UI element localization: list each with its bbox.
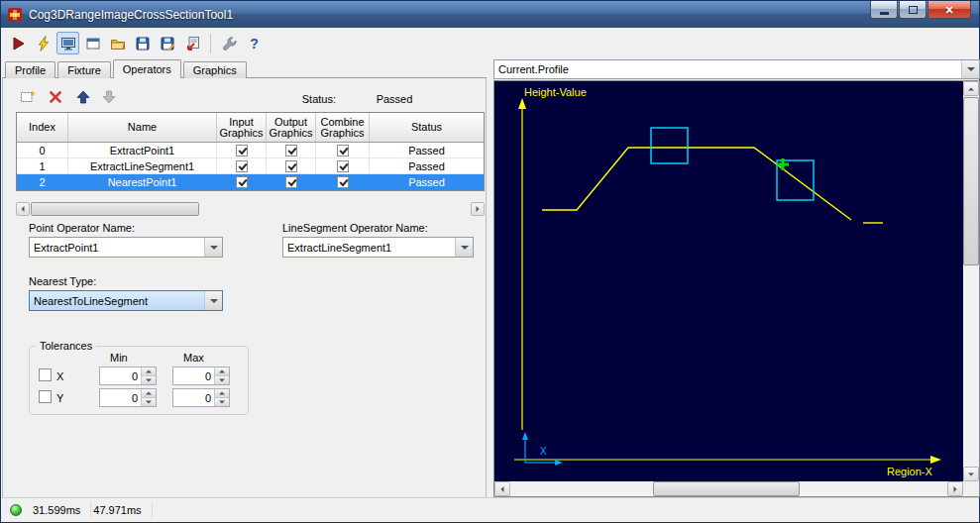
help-button[interactable]: ? bbox=[243, 32, 266, 54]
output-graphics-checkbox[interactable] bbox=[285, 145, 297, 157]
tab-operators[interactable]: Operators bbox=[113, 59, 181, 78]
spin-down-button[interactable] bbox=[215, 398, 229, 406]
splitter[interactable] bbox=[487, 58, 493, 498]
table-row-selected[interactable]: 2 NearestPoint1 Passed bbox=[17, 174, 484, 190]
delete-icon bbox=[48, 89, 63, 105]
scroll-thumb[interactable] bbox=[653, 481, 800, 496]
run-button[interactable] bbox=[7, 32, 30, 54]
table-row[interactable]: 0 ExtractPoint1 Passed bbox=[17, 143, 484, 158]
cell-index: 0 bbox=[17, 143, 68, 158]
point-operator-combo[interactable]: ExtractPoint1 bbox=[29, 237, 223, 258]
open-button[interactable] bbox=[106, 32, 129, 54]
scroll-left-button[interactable] bbox=[16, 202, 30, 216]
column-header-output-graphics[interactable]: Output Graphics bbox=[267, 113, 316, 142]
column-header-status[interactable]: Status bbox=[370, 113, 484, 142]
tab-strip: Profile Fixture Operators Graphics bbox=[5, 59, 249, 78]
move-up-icon bbox=[75, 89, 91, 105]
display-icon bbox=[60, 36, 76, 52]
combine-graphics-checkbox[interactable] bbox=[337, 160, 349, 172]
spin-down-button[interactable] bbox=[142, 398, 156, 406]
move-up-button[interactable] bbox=[73, 87, 93, 107]
x-tolerance-checkbox[interactable] bbox=[39, 368, 52, 381]
scroll-thumb[interactable] bbox=[963, 97, 979, 265]
status-led-icon bbox=[10, 504, 22, 516]
scroll-right-button[interactable] bbox=[947, 481, 963, 496]
chevron-down-icon[interactable] bbox=[204, 291, 222, 310]
move-down-button[interactable] bbox=[99, 87, 119, 107]
spin-up-button[interactable] bbox=[142, 367, 156, 376]
y-max-spinner[interactable]: 0 bbox=[172, 388, 230, 407]
window-title: Cog3DRangeImageCrossSectionTool1 bbox=[29, 8, 233, 22]
status-label: Status: bbox=[267, 93, 336, 105]
live-run-button[interactable] bbox=[32, 32, 54, 54]
add-operator-button[interactable] bbox=[18, 87, 38, 107]
y-min-spinner[interactable]: 0 bbox=[99, 388, 157, 407]
spin-up-button[interactable] bbox=[215, 389, 229, 398]
combo-value: ExtractLineSegment1 bbox=[283, 238, 455, 257]
spin-up-button[interactable] bbox=[215, 367, 229, 376]
chevron-down-icon[interactable] bbox=[961, 60, 979, 78]
save-button[interactable] bbox=[131, 32, 154, 54]
column-header-index[interactable]: Index bbox=[17, 113, 68, 142]
delete-operator-button[interactable] bbox=[46, 87, 65, 107]
input-graphics-checkbox[interactable] bbox=[236, 145, 248, 157]
combine-graphics-checkbox[interactable] bbox=[337, 176, 349, 188]
save-as-button[interactable] bbox=[156, 32, 178, 54]
table-row[interactable]: 1 ExtractLineSegment1 Passed bbox=[17, 158, 484, 174]
nearest-type-label: Nearest Type: bbox=[29, 275, 96, 287]
y-tolerance-checkbox[interactable] bbox=[39, 390, 52, 403]
column-header-input-graphics[interactable]: Input Graphics bbox=[217, 113, 267, 142]
x-axis-label: Region-X bbox=[887, 466, 933, 477]
input-graphics-checkbox[interactable] bbox=[236, 176, 248, 188]
arrow-down-icon bbox=[219, 401, 225, 404]
x-max-spinner[interactable]: 0 bbox=[172, 366, 230, 385]
operators-panel: Status: Passed Index Name Input Graphics… bbox=[2, 77, 487, 498]
output-graphics-checkbox[interactable] bbox=[285, 160, 297, 172]
input-graphics-checkbox[interactable] bbox=[236, 160, 248, 172]
app-icon bbox=[7, 7, 23, 23]
tab-graphics[interactable]: Graphics bbox=[183, 61, 247, 78]
float-window-button[interactable] bbox=[81, 32, 104, 54]
tab-fixture[interactable]: Fixture bbox=[57, 61, 111, 78]
import-button[interactable] bbox=[180, 32, 203, 54]
scroll-up-button[interactable] bbox=[963, 81, 979, 96]
scroll-left-button[interactable] bbox=[494, 481, 510, 496]
maximize-icon bbox=[909, 6, 918, 14]
tab-label: Fixture bbox=[67, 64, 101, 76]
vertical-scrollbar bbox=[963, 81, 979, 481]
settings-button[interactable] bbox=[218, 32, 241, 54]
chevron-down-icon[interactable] bbox=[204, 238, 222, 257]
scroll-thumb[interactable] bbox=[31, 202, 199, 216]
x-min-spinner[interactable]: 0 bbox=[99, 366, 157, 385]
profile-plot[interactable]: XHeight-ValueRegion-X bbox=[494, 81, 963, 481]
spin-up-button[interactable] bbox=[142, 389, 156, 398]
cell-input-graphics bbox=[217, 143, 267, 158]
column-header-combine-graphics[interactable]: Combine Graphics bbox=[316, 113, 370, 142]
nearest-type-combo[interactable]: NearestToLineSegment bbox=[29, 290, 223, 311]
linesegment-operator-combo[interactable]: ExtractLineSegment1 bbox=[282, 237, 474, 258]
spin-down-button[interactable] bbox=[142, 376, 156, 384]
new-operator-icon bbox=[20, 89, 36, 105]
combine-graphics-checkbox[interactable] bbox=[337, 145, 349, 157]
chevron-down-icon[interactable] bbox=[455, 238, 473, 257]
arrow-up-icon bbox=[146, 370, 152, 373]
output-graphics-checkbox[interactable] bbox=[285, 176, 297, 188]
spin-down-button[interactable] bbox=[215, 376, 229, 384]
tab-profile[interactable]: Profile bbox=[5, 61, 55, 78]
scroll-right-button[interactable] bbox=[471, 202, 485, 216]
spinner-value: 0 bbox=[100, 389, 141, 406]
column-header-name[interactable]: Name bbox=[68, 113, 217, 142]
close-button[interactable]: × bbox=[927, 1, 971, 19]
minimize-button[interactable] bbox=[870, 1, 898, 19]
display-selector-combo[interactable]: Current.Profile bbox=[493, 59, 980, 79]
combo-value: ExtractPoint1 bbox=[30, 238, 204, 257]
cell-input-graphics bbox=[217, 174, 267, 190]
maximize-button[interactable] bbox=[899, 1, 926, 19]
scroll-down-button[interactable] bbox=[963, 467, 979, 481]
show-display-button[interactable] bbox=[56, 32, 79, 54]
x-tolerance-label: X bbox=[56, 370, 63, 382]
region-box-0[interactable] bbox=[651, 128, 688, 163]
arrow-down-icon bbox=[146, 379, 152, 382]
cell-name: NearestPoint1 bbox=[68, 174, 217, 190]
min-header: Min bbox=[110, 352, 128, 364]
